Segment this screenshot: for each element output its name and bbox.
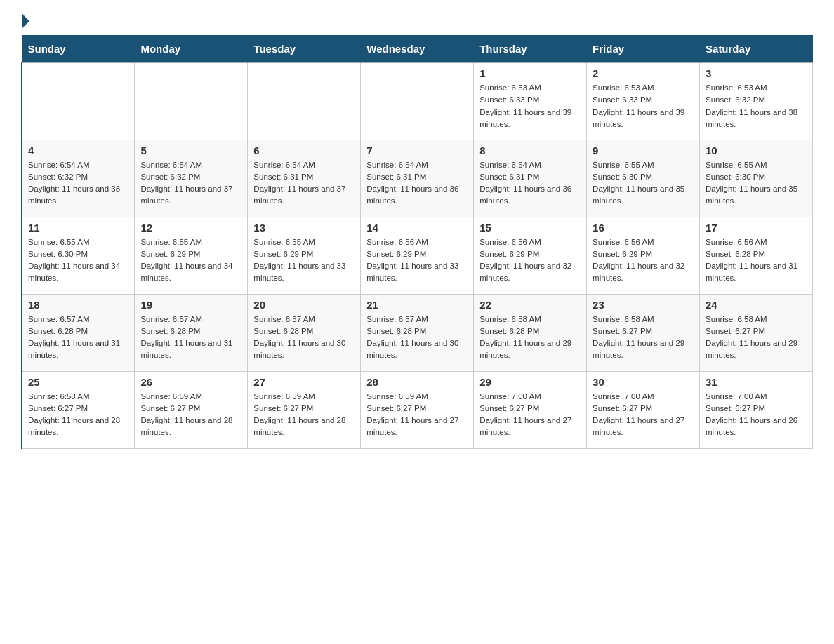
day-info: Sunrise: 6:57 AMSunset: 6:28 PMDaylight:… — [140, 314, 241, 362]
day-number: 4 — [28, 145, 128, 156]
day-info: Sunrise: 6:53 AMSunset: 6:32 PMDaylight:… — [706, 82, 807, 130]
day-cell: 1Sunrise: 6:53 AMSunset: 6:33 PMDaylight… — [474, 62, 587, 140]
day-number: 3 — [706, 67, 807, 79]
day-number: 20 — [253, 299, 355, 311]
day-number: 1 — [479, 67, 581, 79]
day-number: 27 — [253, 376, 355, 388]
day-info: Sunrise: 6:53 AMSunset: 6:33 PMDaylight:… — [479, 82, 581, 130]
day-number: 11 — [28, 222, 128, 234]
day-cell — [135, 62, 248, 140]
day-cell: 26Sunrise: 6:59 AMSunset: 6:27 PMDayligh… — [135, 371, 248, 448]
day-info: Sunrise: 6:54 AMSunset: 6:32 PMDaylight:… — [28, 159, 128, 208]
day-info: Sunrise: 6:58 AMSunset: 6:27 PMDaylight:… — [28, 391, 128, 439]
header-cell-wednesday: Wednesday — [361, 36, 474, 63]
day-number: 16 — [593, 222, 694, 234]
calendar-table: SundayMondayTuesdayWednesdayThursdayFrid… — [21, 35, 813, 449]
header-cell-thursday: Thursday — [474, 36, 587, 63]
day-number: 23 — [593, 299, 694, 311]
day-cell: 7Sunrise: 6:54 AMSunset: 6:31 PMDaylight… — [361, 140, 474, 217]
day-number: 14 — [366, 222, 468, 234]
week-row-5: 25Sunrise: 6:58 AMSunset: 6:27 PMDayligh… — [22, 371, 813, 448]
header-cell-saturday: Saturday — [700, 36, 813, 63]
day-number: 6 — [253, 145, 355, 156]
calendar-body: 1Sunrise: 6:53 AMSunset: 6:33 PMDaylight… — [22, 62, 813, 448]
day-cell: 29Sunrise: 7:00 AMSunset: 6:27 PMDayligh… — [474, 371, 587, 448]
day-cell: 19Sunrise: 6:57 AMSunset: 6:28 PMDayligh… — [135, 294, 248, 371]
day-cell: 21Sunrise: 6:57 AMSunset: 6:28 PMDayligh… — [361, 294, 474, 371]
day-cell: 24Sunrise: 6:58 AMSunset: 6:27 PMDayligh… — [700, 294, 813, 371]
day-cell — [22, 62, 135, 140]
day-number: 8 — [479, 145, 581, 156]
day-info: Sunrise: 6:54 AMSunset: 6:31 PMDaylight:… — [366, 159, 468, 208]
day-number: 12 — [140, 222, 241, 234]
day-number: 19 — [140, 299, 241, 311]
week-row-3: 11Sunrise: 6:55 AMSunset: 6:30 PMDayligh… — [22, 217, 813, 294]
day-info: Sunrise: 6:55 AMSunset: 6:29 PMDaylight:… — [140, 236, 241, 285]
header-cell-friday: Friday — [587, 36, 700, 63]
day-number: 25 — [28, 376, 128, 388]
day-number: 31 — [706, 376, 807, 388]
day-number: 17 — [706, 222, 807, 234]
day-cell: 22Sunrise: 6:58 AMSunset: 6:28 PMDayligh… — [474, 294, 587, 371]
day-number: 21 — [366, 299, 468, 311]
day-cell: 8Sunrise: 6:54 AMSunset: 6:31 PMDaylight… — [474, 140, 587, 217]
day-info: Sunrise: 6:58 AMSunset: 6:27 PMDaylight:… — [593, 314, 694, 362]
day-cell: 15Sunrise: 6:56 AMSunset: 6:29 PMDayligh… — [474, 217, 587, 294]
header-cell-sunday: Sunday — [22, 36, 135, 63]
day-info: Sunrise: 6:58 AMSunset: 6:27 PMDaylight:… — [706, 314, 807, 362]
day-info: Sunrise: 6:56 AMSunset: 6:29 PMDaylight:… — [593, 236, 694, 285]
day-cell: 27Sunrise: 6:59 AMSunset: 6:27 PMDayligh… — [248, 371, 361, 448]
day-number: 2 — [593, 67, 694, 79]
day-number: 28 — [366, 376, 468, 388]
day-info: Sunrise: 6:54 AMSunset: 6:32 PMDaylight:… — [140, 159, 241, 208]
day-info: Sunrise: 7:00 AMSunset: 6:27 PMDaylight:… — [479, 391, 581, 439]
day-cell: 20Sunrise: 6:57 AMSunset: 6:28 PMDayligh… — [248, 294, 361, 371]
day-number: 18 — [28, 299, 128, 311]
day-cell — [248, 62, 361, 140]
day-info: Sunrise: 6:56 AMSunset: 6:29 PMDaylight:… — [366, 236, 468, 285]
day-cell: 23Sunrise: 6:58 AMSunset: 6:27 PMDayligh… — [587, 294, 700, 371]
day-cell: 6Sunrise: 6:54 AMSunset: 6:31 PMDaylight… — [248, 140, 361, 217]
day-info: Sunrise: 6:56 AMSunset: 6:28 PMDaylight:… — [706, 236, 807, 285]
day-cell — [361, 62, 474, 140]
day-info: Sunrise: 7:00 AMSunset: 6:27 PMDaylight:… — [706, 391, 807, 439]
day-info: Sunrise: 6:53 AMSunset: 6:33 PMDaylight:… — [593, 82, 694, 130]
week-row-4: 18Sunrise: 6:57 AMSunset: 6:28 PMDayligh… — [22, 294, 813, 371]
day-info: Sunrise: 6:59 AMSunset: 6:27 PMDaylight:… — [366, 391, 468, 439]
day-cell: 16Sunrise: 6:56 AMSunset: 6:29 PMDayligh… — [587, 217, 700, 294]
day-cell: 31Sunrise: 7:00 AMSunset: 6:27 PMDayligh… — [700, 371, 813, 448]
logo-arrow-icon — [22, 14, 29, 28]
calendar-header: SundayMondayTuesdayWednesdayThursdayFrid… — [22, 36, 813, 63]
day-cell: 12Sunrise: 6:55 AMSunset: 6:29 PMDayligh… — [135, 217, 248, 294]
day-info: Sunrise: 6:56 AMSunset: 6:29 PMDaylight:… — [479, 236, 581, 285]
day-info: Sunrise: 6:55 AMSunset: 6:29 PMDaylight:… — [253, 236, 355, 285]
day-info: Sunrise: 6:55 AMSunset: 6:30 PMDaylight:… — [706, 159, 807, 208]
day-info: Sunrise: 6:59 AMSunset: 6:27 PMDaylight:… — [253, 391, 355, 439]
day-info: Sunrise: 6:58 AMSunset: 6:28 PMDaylight:… — [479, 314, 581, 362]
day-cell: 3Sunrise: 6:53 AMSunset: 6:32 PMDaylight… — [700, 62, 813, 140]
day-number: 24 — [706, 299, 807, 311]
day-info: Sunrise: 6:59 AMSunset: 6:27 PMDaylight:… — [140, 391, 241, 439]
day-cell: 30Sunrise: 7:00 AMSunset: 6:27 PMDayligh… — [587, 371, 700, 448]
day-number: 10 — [706, 145, 807, 156]
day-number: 22 — [479, 299, 581, 311]
day-cell: 9Sunrise: 6:55 AMSunset: 6:30 PMDaylight… — [587, 140, 700, 217]
day-info: Sunrise: 6:55 AMSunset: 6:30 PMDaylight:… — [28, 236, 128, 285]
day-number: 30 — [593, 376, 694, 388]
day-cell: 17Sunrise: 6:56 AMSunset: 6:28 PMDayligh… — [700, 217, 813, 294]
header-cell-monday: Monday — [135, 36, 248, 63]
logo — [21, 14, 31, 28]
day-cell: 4Sunrise: 6:54 AMSunset: 6:32 PMDaylight… — [22, 140, 135, 217]
day-cell: 25Sunrise: 6:58 AMSunset: 6:27 PMDayligh… — [22, 371, 135, 448]
day-number: 26 — [140, 376, 241, 388]
day-cell: 2Sunrise: 6:53 AMSunset: 6:33 PMDaylight… — [587, 62, 700, 140]
day-info: Sunrise: 6:54 AMSunset: 6:31 PMDaylight:… — [253, 159, 355, 208]
day-info: Sunrise: 6:55 AMSunset: 6:30 PMDaylight:… — [593, 159, 694, 208]
day-cell: 5Sunrise: 6:54 AMSunset: 6:32 PMDaylight… — [135, 140, 248, 217]
week-row-2: 4Sunrise: 6:54 AMSunset: 6:32 PMDaylight… — [22, 140, 813, 217]
day-cell: 18Sunrise: 6:57 AMSunset: 6:28 PMDayligh… — [22, 294, 135, 371]
day-cell: 10Sunrise: 6:55 AMSunset: 6:30 PMDayligh… — [700, 140, 813, 217]
day-info: Sunrise: 6:57 AMSunset: 6:28 PMDaylight:… — [366, 314, 468, 362]
day-info: Sunrise: 6:57 AMSunset: 6:28 PMDaylight:… — [253, 314, 355, 362]
day-number: 29 — [479, 376, 581, 388]
